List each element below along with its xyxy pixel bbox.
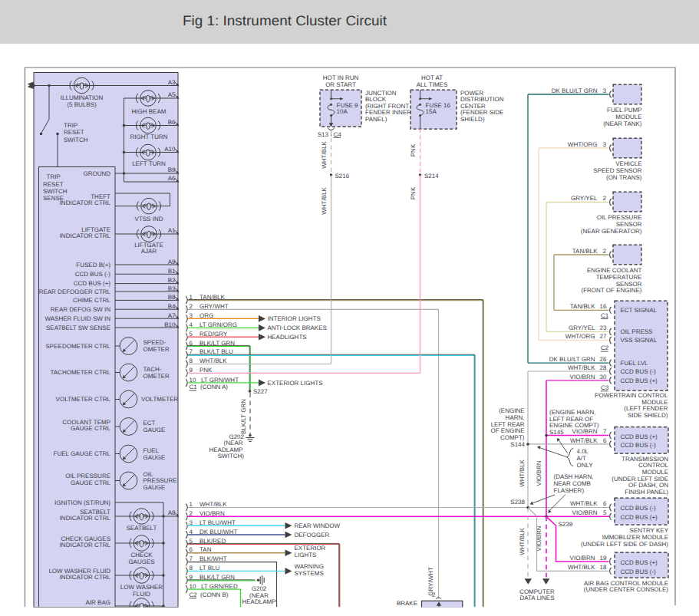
svg-text:LEFT TURN: LEFT TURN xyxy=(132,160,166,167)
svg-text:ECT SIGNAL: ECT SIGNAL xyxy=(621,307,658,314)
svg-text:(NEAR GENERATOR): (NEAR GENERATOR) xyxy=(581,228,642,235)
svg-text:WARNING: WARNING xyxy=(295,563,324,570)
svg-text:30: 30 xyxy=(600,374,607,380)
svg-text:GAUGE CTRL: GAUGE CTRL xyxy=(71,425,111,432)
svg-text:AIR BAG CONTROL MODULE: AIR BAG CONTROL MODULE xyxy=(584,580,668,587)
svg-text:IGNITION (ST/RUN): IGNITION (ST/RUN) xyxy=(54,499,110,506)
svg-text:INDICATOR CTRL: INDICATOR CTRL xyxy=(60,515,111,522)
svg-text:FINISH PANEL): FINISH PANEL) xyxy=(625,489,668,496)
svg-text:OIL PRESS: OIL PRESS xyxy=(621,328,653,335)
svg-text:8: 8 xyxy=(190,357,193,364)
svg-text:(NEAR TANK): (NEAR TANK) xyxy=(603,120,642,127)
svg-text:HEADLIGHTS: HEADLIGHTS xyxy=(268,334,307,341)
svg-text:TRIP: TRIP xyxy=(47,173,61,180)
svg-text:(CONN A): (CONN A) xyxy=(200,384,228,390)
svg-text:MODULE: MODULE xyxy=(615,114,641,120)
svg-text:7: 7 xyxy=(603,428,607,435)
svg-text:INTERIOR LIGHTS: INTERIOR LIGHTS xyxy=(268,315,321,322)
svg-text:18: 18 xyxy=(600,564,607,571)
svg-text:FUEL LVL: FUEL LVL xyxy=(621,360,649,367)
svg-text:VIO/BRN: VIO/BRN xyxy=(570,374,595,380)
svg-text:CCD BUS (+): CCD BUS (+) xyxy=(74,280,111,287)
svg-text:SWITCH: SWITCH xyxy=(64,137,88,143)
svg-text:VIO/BRN: VIO/BRN xyxy=(570,555,595,562)
svg-text:5: 5 xyxy=(603,509,607,516)
svg-text:2: 2 xyxy=(190,303,193,310)
svg-text:VSS SIGNAL: VSS SIGNAL xyxy=(621,337,658,344)
svg-text:PNK: PNK xyxy=(410,143,417,156)
svg-text:FLUID: FLUID xyxy=(133,591,150,598)
svg-text:A7: A7 xyxy=(168,312,176,319)
svg-text:B2: B2 xyxy=(168,277,176,284)
svg-text:VEHICLE: VEHICLE xyxy=(615,160,641,167)
svg-text:REAR WINDOW: REAR WINDOW xyxy=(295,522,341,529)
svg-text:IMMOBLIZER MODULE: IMMOBLIZER MODULE xyxy=(602,534,668,541)
svg-text:GAUGE CTRL: GAUGE CTRL xyxy=(71,479,111,486)
svg-text:15A: 15A xyxy=(426,108,437,115)
svg-text:CHIME CTRL: CHIME CTRL xyxy=(73,297,110,304)
svg-text:ECT: ECT xyxy=(143,420,156,427)
svg-text:3: 3 xyxy=(603,87,607,94)
svg-text:A8: A8 xyxy=(168,509,176,516)
svg-text:CCD BUS (-): CCD BUS (-) xyxy=(621,568,657,575)
svg-text:SPEED-: SPEED- xyxy=(143,339,167,346)
svg-text:C1: C1 xyxy=(190,384,198,390)
svg-text:B8: B8 xyxy=(168,294,176,301)
svg-text:OMETER: OMETER xyxy=(143,346,170,353)
svg-text:CHECK GAUGES: CHECK GAUGES xyxy=(61,535,110,542)
svg-text:EXTERIOR: EXTERIOR xyxy=(295,545,326,552)
svg-text:(ENGINE: (ENGINE xyxy=(499,407,524,414)
svg-text:OIL PRESSURE: OIL PRESSURE xyxy=(65,473,110,479)
svg-text:SPEED SENSOR: SPEED SENSOR xyxy=(593,167,641,174)
svg-text:COMPUTER: COMPUTER xyxy=(519,588,555,595)
svg-text:(5 BULBS): (5 BULBS) xyxy=(67,101,97,108)
svg-text:CHECK: CHECK xyxy=(130,552,153,558)
svg-text:WHT/BLK: WHT/BLK xyxy=(321,187,328,215)
svg-text:INDICATOR CTRL: INDICATOR CTRL xyxy=(60,574,111,581)
svg-text:WHT/BLK: WHT/BLK xyxy=(519,528,526,555)
svg-text:LOW WASHER: LOW WASHER xyxy=(120,584,163,591)
svg-text:A9: A9 xyxy=(168,259,176,265)
svg-text:GAUGE: GAUGE xyxy=(143,484,166,491)
svg-text:POWERTRAIN CONTROL: POWERTRAIN CONTROL xyxy=(595,392,668,399)
svg-text:WHT/BLK: WHT/BLK xyxy=(199,357,227,364)
svg-text:NEAR COMB: NEAR COMB xyxy=(554,480,591,487)
svg-text:19: 19 xyxy=(600,555,607,562)
svg-text:CCD BUS (-): CCD BUS (-) xyxy=(75,271,111,278)
svg-text:B4: B4 xyxy=(168,303,176,310)
svg-text:WHT/ORG: WHT/ORG xyxy=(568,141,598,148)
svg-text:CCD BUS (-): CCD BUS (-) xyxy=(621,505,657,512)
svg-text:2: 2 xyxy=(603,195,607,202)
svg-text:HIGH BEAM: HIGH BEAM xyxy=(132,108,167,115)
svg-text:S144: S144 xyxy=(510,441,525,448)
svg-text:RIGHT TURN: RIGHT TURN xyxy=(130,133,167,140)
svg-text:FUEL PUMP: FUEL PUMP xyxy=(607,107,642,114)
svg-text:ENGINE COOLANT: ENGINE COOLANT xyxy=(587,267,642,274)
svg-text:(DASH HARN,: (DASH HARN, xyxy=(554,473,594,480)
svg-text:COMPT): COMPT) xyxy=(500,434,525,441)
svg-text:23: 23 xyxy=(600,324,607,331)
svg-text:B10: B10 xyxy=(164,321,176,328)
svg-text:OMETER: OMETER xyxy=(143,373,170,380)
svg-text:TEMPERATURE: TEMPERATURE xyxy=(596,274,642,281)
svg-text:3: 3 xyxy=(603,141,607,148)
svg-text:WHT/ORG: WHT/ORG xyxy=(565,333,595,340)
svg-text:LEFT REAR OF: LEFT REAR OF xyxy=(549,416,593,423)
svg-text:GROUND: GROUND xyxy=(83,170,110,177)
svg-text:B3: B3 xyxy=(168,285,176,292)
svg-text:A/T: A/T xyxy=(577,455,587,462)
svg-text:CCD BUS (+): CCD BUS (+) xyxy=(621,433,658,440)
svg-text:GRY/YEL: GRY/YEL xyxy=(571,195,598,202)
svg-text:VIO/BRN: VIO/BRN xyxy=(536,525,542,551)
svg-text:S216: S216 xyxy=(335,173,350,180)
svg-text:AJAR: AJAR xyxy=(141,248,157,255)
svg-text:S13: S13 xyxy=(318,131,329,138)
svg-text:RESET: RESET xyxy=(64,129,84,136)
svg-text:VOLTMETER: VOLTMETER xyxy=(141,396,179,403)
svg-text:SWITCH): SWITCH) xyxy=(218,453,245,460)
svg-text:THEFT: THEFT xyxy=(91,193,110,200)
svg-text:WHT/BLK: WHT/BLK xyxy=(519,460,526,487)
svg-text:GRY/WHT: GRY/WHT xyxy=(199,303,229,310)
svg-text:S227: S227 xyxy=(253,388,268,395)
svg-text:C4: C4 xyxy=(334,131,342,138)
